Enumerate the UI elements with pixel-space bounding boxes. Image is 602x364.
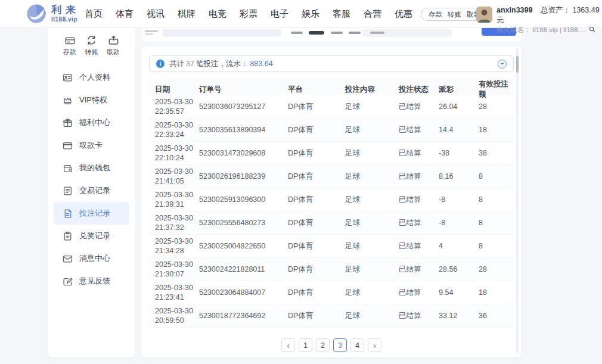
table-row: 2025-03-3022:35:575230036073295127DP体育足球… bbox=[149, 95, 514, 119]
wallet-icon bbox=[63, 163, 73, 173]
cell-status: 已结算 bbox=[399, 265, 439, 275]
avatar[interactable] bbox=[476, 7, 492, 23]
cell-status: 已结算 bbox=[399, 172, 439, 182]
table-row: 2025-03-3021:23:415230023064884007DP体育足球… bbox=[149, 281, 514, 304]
column-header-3: 平台 bbox=[288, 85, 345, 95]
cell-status: 已结算 bbox=[399, 102, 439, 112]
filter-bar-cropped bbox=[141, 28, 522, 42]
cell-platform: DP体育 bbox=[288, 172, 345, 182]
quick-action-deposit[interactable]: 存款 bbox=[60, 35, 80, 57]
sidebar-item-card[interactable]: 取款卡 bbox=[54, 134, 129, 157]
nav-item-11[interactable]: 优惠 bbox=[395, 8, 412, 20]
sidebar-item-label: 交易记录 bbox=[79, 185, 110, 196]
user-info[interactable]: anxin3399 总资产： 1363.49元 永久域名： ll188.vip … bbox=[476, 5, 602, 35]
cell-content: 足球 bbox=[345, 241, 399, 251]
sidebar-item-trade[interactable]: 交易记录 bbox=[54, 179, 129, 202]
nav-item-7[interactable]: 电子 bbox=[271, 8, 288, 20]
pill-action-2[interactable]: 转账 bbox=[448, 10, 461, 19]
cell-order: 5230018772364692 bbox=[199, 312, 288, 320]
cell-payout: 28.56 bbox=[439, 265, 479, 273]
cell-date: 2025-03-3021:23:41 bbox=[155, 283, 199, 303]
cell-order: 5230025004822650 bbox=[199, 242, 288, 250]
sidebar-item-redeem[interactable]: 兑奖记录 bbox=[54, 225, 129, 247]
filter-option-cropped[interactable] bbox=[349, 32, 361, 34]
quick-action-transfer[interactable]: 转账 bbox=[82, 35, 102, 57]
cell-order: 5230036073295127 bbox=[199, 102, 288, 111]
table-row: 2025-03-3022:10:245230031473029608DP体育足球… bbox=[149, 142, 514, 165]
filter-option-cropped[interactable] bbox=[291, 32, 303, 34]
nav-item-5[interactable]: 电竞 bbox=[209, 8, 226, 20]
quick-action-withdraw[interactable]: 取款 bbox=[103, 35, 123, 57]
cell-valid-amount: 8 bbox=[479, 219, 514, 227]
nav-item-9[interactable]: 客服 bbox=[333, 8, 350, 20]
cell-payout: 4 bbox=[439, 242, 479, 250]
cell-content: 足球 bbox=[345, 102, 399, 112]
filter-input-cropped[interactable] bbox=[163, 29, 281, 37]
table-row: 2025-03-3021:41:055230026196188239DP体育足球… bbox=[149, 165, 514, 188]
cell-valid-amount: 38 bbox=[479, 149, 514, 157]
sidebar-item-label: 取款卡 bbox=[79, 140, 103, 151]
cell-date: 2025-03-3021:34:28 bbox=[155, 237, 199, 256]
cell-status: 已结算 bbox=[399, 195, 439, 205]
pagination-next[interactable]: › bbox=[368, 338, 381, 352]
filter-label-cropped bbox=[145, 30, 158, 32]
sidebar-item-profile[interactable]: 个人资料 bbox=[54, 66, 129, 89]
table-row: 2025-03-3021:30:075230024221828011DP体育足球… bbox=[149, 258, 514, 281]
bet-count: 37 bbox=[186, 60, 194, 68]
cell-content: 足球 bbox=[345, 311, 399, 321]
cell-order: 5230025913096300 bbox=[199, 195, 288, 204]
sidebar-item-wallet[interactable]: 我的钱包 bbox=[54, 157, 129, 179]
sidebar-item-feedback[interactable]: 意见反馈 bbox=[54, 270, 129, 293]
nav-item-3[interactable]: 视讯 bbox=[147, 8, 165, 20]
scrollbar-thumb[interactable] bbox=[516, 56, 519, 73]
nav-item-4[interactable]: 棋牌 bbox=[178, 8, 196, 20]
scrollbar-track[interactable] bbox=[516, 49, 519, 354]
brand-logo[interactable]: 利来 ll188.vip bbox=[26, 4, 80, 24]
filter-option-cropped[interactable] bbox=[331, 32, 343, 34]
cell-status: 已结算 bbox=[399, 125, 439, 135]
sidebar-item-bet[interactable]: 投注记录 bbox=[54, 202, 129, 225]
pagination: ‹1234› bbox=[141, 338, 522, 352]
sidebar-item-label: 我的钱包 bbox=[79, 163, 110, 173]
cell-valid-amount: 28 bbox=[479, 102, 514, 111]
envelope-icon bbox=[63, 254, 73, 264]
sidebar-item-welfare[interactable]: 福利中心 bbox=[54, 111, 129, 134]
gift-icon bbox=[63, 118, 73, 128]
sidebar-item-vip[interactable]: VIP特权 bbox=[54, 89, 129, 111]
cell-status: 已结算 bbox=[399, 311, 439, 321]
pagination-page-3[interactable]: 3 bbox=[333, 338, 347, 352]
bank-card-icon bbox=[63, 141, 73, 151]
nav-item-2[interactable]: 体育 bbox=[116, 8, 134, 20]
nav-item-8[interactable]: 娱乐 bbox=[302, 8, 319, 20]
cell-payout: 8.16 bbox=[439, 172, 479, 181]
quick-action-label: 取款 bbox=[107, 48, 120, 57]
cell-valid-amount: 8 bbox=[479, 242, 514, 250]
list-doc-icon bbox=[63, 186, 73, 196]
table-row: 2025-03-3021:37:325230025556480273DP体育足球… bbox=[149, 211, 514, 235]
nav-item-6[interactable]: 彩票 bbox=[240, 8, 257, 20]
cell-platform: DP体育 bbox=[288, 241, 345, 251]
nav-item-10[interactable]: 合营 bbox=[364, 8, 381, 20]
cell-status: 已结算 bbox=[399, 218, 439, 228]
cell-content: 足球 bbox=[345, 172, 399, 182]
cell-order: 5230024221828011 bbox=[199, 265, 288, 273]
column-header-6: 派彩 bbox=[439, 85, 479, 95]
column-header-5: 投注状态 bbox=[399, 85, 439, 95]
pagination-page-1[interactable]: 1 bbox=[299, 338, 312, 352]
cell-payout: -8 bbox=[439, 195, 479, 204]
cell-valid-amount: 8 bbox=[479, 172, 514, 181]
sidebar-item-message[interactable]: 消息中心 bbox=[54, 247, 129, 270]
sidebar-item-label: 消息中心 bbox=[79, 253, 110, 264]
brand-domain: ll188.vip bbox=[51, 16, 80, 23]
plus-circle-icon[interactable]: + bbox=[498, 60, 507, 69]
pagination-page-4[interactable]: 4 bbox=[350, 338, 364, 352]
search-icon[interactable] bbox=[589, 26, 595, 36]
pill-action-1[interactable]: 存款 bbox=[429, 10, 442, 19]
filter-option-cropped[interactable] bbox=[309, 31, 324, 35]
cell-content: 足球 bbox=[345, 288, 399, 298]
nav-item-1[interactable]: 首页 bbox=[85, 8, 103, 20]
table-header-row: 日期订单号平台投注内容投注状态派彩有效投注额 bbox=[149, 79, 514, 95]
pagination-prev[interactable]: ‹ bbox=[281, 338, 295, 352]
pagination-page-2[interactable]: 2 bbox=[316, 338, 330, 352]
column-header-4: 投注内容 bbox=[345, 85, 399, 95]
